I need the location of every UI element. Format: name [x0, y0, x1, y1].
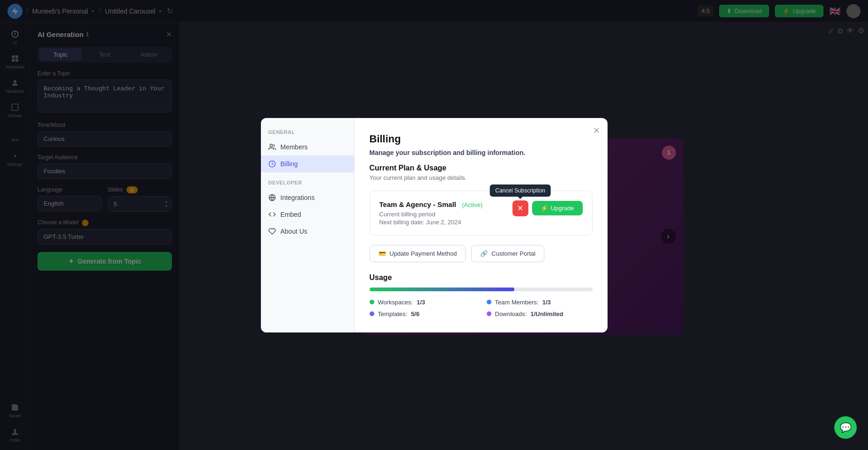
chat-button[interactable]: 💬 — [834, 416, 857, 439]
nav-about-us[interactable]: About Us — [261, 223, 354, 240]
usage-title: Usage — [370, 273, 593, 282]
usage-team-members: Team Members: 1/3 — [487, 299, 593, 306]
billing-modal: General Members Billing Developer Integr… — [261, 118, 608, 332]
usage-grid: Workspaces: 1/3 Team Members: 1/3 Templa… — [370, 299, 593, 317]
nav-billing[interactable]: Billing — [261, 155, 354, 172]
plan-actions: Cancel Subscription ✕ ⚡ Upgrade — [512, 200, 583, 216]
modal-content: ✕ Billing Manage your subscription and b… — [355, 118, 608, 332]
developer-section-label: Developer — [261, 180, 354, 189]
usage-templates: Templates: 5/6 — [370, 310, 475, 317]
plan-card: Team & Agency - Small (Active) Current b… — [370, 191, 593, 236]
modal-sidebar: General Members Billing Developer Integr… — [261, 118, 355, 332]
customer-portal-button[interactable]: 🔗 Customer Portal — [471, 245, 544, 262]
general-section-label: General — [261, 129, 354, 139]
cancel-subscription-button[interactable]: ✕ — [512, 200, 528, 216]
usage-bar — [370, 288, 593, 291]
cancel-tooltip: Cancel Subscription — [490, 184, 551, 197]
plan-active-badge: (Active) — [462, 201, 482, 208]
modal-close-button[interactable]: ✕ — [593, 125, 600, 136]
usage-workspaces: Workspaces: 1/3 — [370, 299, 475, 306]
usage-downloads: Downloads: 1/Unlimited — [487, 310, 593, 317]
payment-buttons: 💳 Update Payment Method 🔗 Customer Porta… — [370, 245, 593, 262]
update-payment-button[interactable]: 💳 Update Payment Method — [370, 245, 466, 262]
modal-subtitle: Manage your subscription and billing inf… — [370, 149, 593, 156]
workspaces-dot — [370, 300, 374, 304]
plan-next-billing: Next billing date: June 2, 2024 — [379, 219, 583, 226]
nav-members[interactable]: Members — [261, 139, 354, 155]
plan-section-desc: Your current plan and usage details. — [370, 174, 593, 181]
nav-integrations[interactable]: Integrations — [261, 189, 354, 206]
svg-point-8 — [270, 144, 272, 147]
modal-title: Billing — [370, 133, 593, 145]
plan-section-title: Current Plan & Usage — [370, 164, 593, 172]
downloads-dot — [487, 311, 491, 316]
team-members-dot — [487, 300, 491, 304]
templates-dot — [370, 311, 374, 316]
plan-name: Team & Agency - Small — [379, 200, 456, 208]
nav-embed[interactable]: Embed — [261, 206, 354, 223]
cancel-subscription-wrap: Cancel Subscription ✕ — [512, 200, 528, 216]
plan-upgrade-button[interactable]: ⚡ Upgrade — [532, 201, 583, 215]
modal-overlay: General Members Billing Developer Integr… — [0, 0, 868, 450]
usage-bar-fill — [370, 288, 514, 291]
